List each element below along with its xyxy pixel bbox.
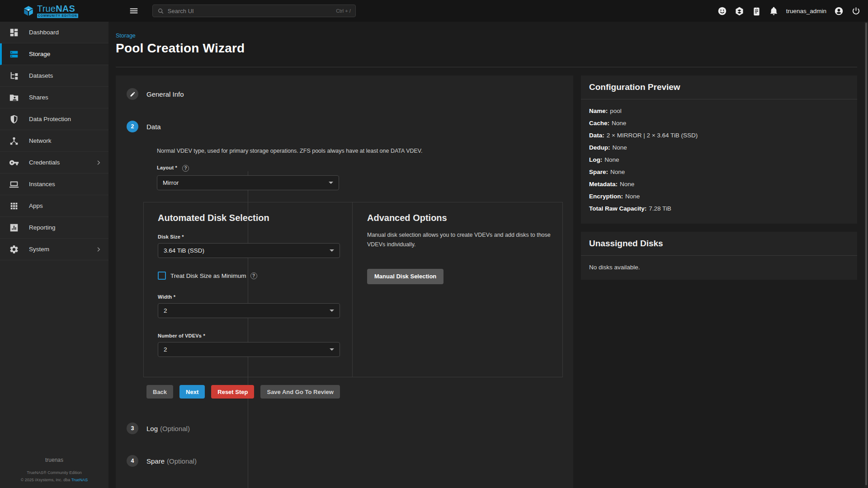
step2-number-circle: 2 [127, 121, 138, 132]
sidebar-item-reporting[interactable]: Reporting [0, 217, 108, 239]
breadcrumb[interactable]: Storage [116, 33, 857, 39]
preview-row-dedup: Dedup:None [589, 141, 849, 154]
sidebar-item-storage[interactable]: Storage [0, 43, 108, 65]
manual-disk-selection-button[interactable]: Manual Disk Selection [367, 269, 443, 284]
chevron-right-icon [95, 159, 102, 166]
user-avatar-icon[interactable] [834, 6, 844, 16]
jobs-clipboard-icon[interactable] [752, 6, 761, 16]
apps-grid-icon [9, 201, 19, 211]
step1-label: General Info [146, 90, 184, 98]
gear-icon [9, 244, 19, 254]
shield-icon [9, 114, 19, 124]
unassigned-disks-header: Unassigned Disks [581, 232, 857, 255]
treat-min-label: Treat Disk Size as Minimum [170, 272, 246, 279]
advanced-options: Advanced Options Manual disk selection a… [352, 202, 562, 377]
global-search[interactable]: Ctrl + / [152, 5, 356, 17]
step-data[interactable]: 2 Data [127, 121, 562, 132]
configuration-preview-panel: Configuration Preview Name:pool Cache:No… [581, 75, 857, 224]
sidebar-item-network[interactable]: Network [0, 130, 108, 152]
treat-disk-size-minimum-checkbox[interactable] [158, 272, 166, 280]
search-input[interactable] [168, 8, 336, 14]
step2-label: Data [146, 123, 161, 131]
step-spare[interactable]: 4 Spare(Optional) [127, 455, 562, 467]
shares-folder-icon [9, 93, 19, 103]
back-button[interactable]: Back [146, 385, 173, 399]
automated-disk-selection: Automated Disk Selection Disk Size * 3.6… [144, 202, 352, 377]
sidebar-item-credentials[interactable]: Credentials [0, 152, 108, 174]
width-select[interactable]: 2 [158, 303, 340, 318]
treat-min-help-icon[interactable]: ? [250, 272, 257, 279]
preview-row-spare: Spare:None [589, 166, 849, 178]
preview-row-encryption: Encryption:None [589, 190, 849, 202]
layout-selected-value: Mirror [163, 179, 329, 186]
sidebar-item-label: Datasets [29, 72, 53, 79]
vdevs-select[interactable]: 2 [158, 342, 340, 357]
brand-true: True [37, 4, 56, 14]
scrollbar-thumb[interactable] [865, 23, 867, 485]
sidebar-item-label: Network [29, 137, 52, 144]
sidebar-item-datasets[interactable]: Datasets [0, 65, 108, 87]
step-log[interactable]: 3 Log(Optional) [127, 422, 562, 434]
step4-label: Spare [146, 457, 165, 465]
power-icon[interactable] [851, 6, 861, 16]
layout-select[interactable]: Mirror [157, 175, 339, 190]
sidebar-item-label: Instances [29, 181, 55, 188]
step3-number: 3 [131, 425, 134, 432]
width-label: Width * [158, 294, 340, 300]
search-icon [157, 8, 164, 14]
preview-row-name: Name:pool [589, 105, 849, 117]
disk-size-select[interactable]: 3.64 TiB (SSD) [158, 243, 340, 258]
sidebar-item-label: System [29, 246, 49, 253]
main-content: Storage Pool Creation Wizard General Inf… [108, 22, 868, 488]
feedback-smiley-icon[interactable] [717, 6, 727, 16]
chevron-down-icon [330, 249, 334, 252]
storage-icon [9, 49, 19, 59]
automated-disk-selection-title: Automated Disk Selection [158, 213, 340, 223]
layout-help-icon[interactable]: ? [182, 165, 189, 172]
truenas-app: TrueNAS COMMUNITY EDITION Ctrl + / [0, 0, 868, 488]
main-scrollbar[interactable] [864, 22, 868, 488]
sidebar-item-system[interactable]: System [0, 239, 108, 260]
truecommand-cube-icon[interactable] [735, 6, 744, 16]
sidebar-item-label: Data Protection [29, 116, 71, 122]
datasets-tree-icon [9, 71, 19, 81]
save-and-review-button[interactable]: Save And Go To Review [260, 385, 340, 399]
layout-label: Layout * [157, 165, 177, 170]
sidebar-item-label: Credentials [29, 159, 60, 166]
sidebar-item-label: Shares [29, 94, 48, 101]
layout-field: Layout * ? Mirror [157, 165, 562, 190]
step3-optional-label: (Optional) [160, 425, 190, 432]
footer-truenas-link[interactable]: TrueNAS [71, 478, 88, 482]
sidebar-item-shares[interactable]: Shares [0, 87, 108, 108]
chevron-right-icon [95, 246, 102, 253]
sidebar-nav: Dashboard Storage Datasets Shares Data P… [0, 22, 108, 488]
step2-number: 2 [131, 123, 134, 130]
configuration-preview-title: Configuration Preview [589, 82, 849, 92]
next-button[interactable]: Next [179, 385, 205, 399]
disk-size-label: Disk Size * [158, 234, 340, 239]
truenas-logo[interactable]: TrueNAS COMMUNITY EDITION [23, 4, 78, 18]
vdevs-label: Number of VDEVs * [158, 333, 340, 338]
username-label[interactable]: truenas_admin [786, 8, 826, 14]
right-column: Configuration Preview Name:pool Cache:No… [581, 75, 857, 280]
width-selected-value: 2 [164, 307, 330, 314]
preview-row-total-capacity: Total Raw Capacity:7.28 TiB [589, 202, 849, 215]
step-gap [127, 399, 562, 422]
data-step-body: Normal VDEV type, used for primary stora… [127, 148, 562, 399]
preview-row-cache: Cache:None [589, 117, 849, 129]
unassigned-disks-body: No disks available. [581, 256, 857, 280]
sidebar-item-apps[interactable]: Apps [0, 195, 108, 217]
alerts-bell-icon[interactable] [769, 6, 778, 16]
sidebar-item-dashboard[interactable]: Dashboard [0, 22, 108, 43]
no-disks-message: No disks available. [589, 261, 849, 271]
menu-toggle-icon[interactable] [129, 6, 139, 16]
step4-number-circle: 4 [127, 455, 138, 467]
step-general-info[interactable]: General Info [127, 88, 562, 100]
step4-label-row: Spare(Optional) [146, 457, 197, 465]
disk-selection-box: Automated Disk Selection Disk Size * 3.6… [143, 202, 563, 377]
sidebar-item-data-protection[interactable]: Data Protection [0, 108, 108, 130]
reset-step-button[interactable]: Reset Step [211, 385, 254, 399]
sidebar-item-instances[interactable]: Instances [0, 174, 108, 195]
header-divider [116, 67, 857, 67]
page-title: Pool Creation Wizard [116, 41, 857, 56]
